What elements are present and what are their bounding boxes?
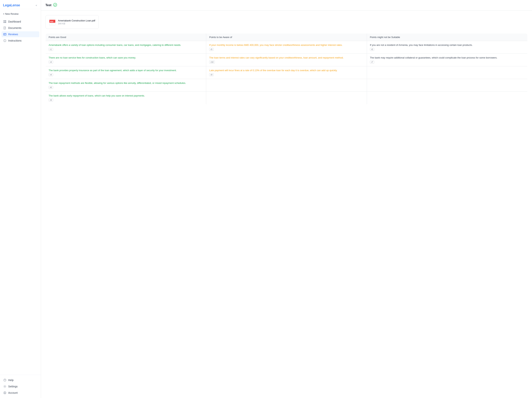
dashboard-label: Dashboard bbox=[8, 20, 21, 23]
sidebar-item-instructions[interactable]: Instructions bbox=[1, 38, 39, 44]
cell-aware-2: Late payment will incur fines at a rate … bbox=[206, 66, 367, 79]
account-label: Account bbox=[8, 391, 18, 394]
svg-point-13 bbox=[5, 40, 5, 40]
help-label: Help bbox=[8, 379, 14, 382]
cell-unsuitable-0: If you are not a resident of Armenia, yo… bbox=[367, 41, 527, 54]
col-header-good: Points are Good bbox=[46, 33, 206, 41]
table-row: The bank provides property insurance as … bbox=[46, 66, 527, 79]
main-content-area: Test PDF Ameriabank Construction Loan.pd bbox=[41, 0, 532, 398]
sidebar-nav: Dashboard Documents Reviews bbox=[0, 19, 41, 44]
table-row: The loan repayment methods are flexible,… bbox=[46, 79, 527, 92]
ref-badge: r5 bbox=[370, 48, 374, 51]
main-body: PDF Ameriabank Construction Loan.pdf 344… bbox=[41, 11, 532, 109]
table-row: There are no loan service fees for const… bbox=[46, 54, 527, 66]
sidebar-item-documents[interactable]: Documents bbox=[1, 25, 39, 31]
reviews-label: Reviews bbox=[8, 33, 18, 36]
cell-unsuitable-3 bbox=[367, 79, 527, 92]
help-icon bbox=[3, 379, 6, 382]
settings-label: Settings bbox=[8, 385, 18, 388]
cell-good-3: The loan repayment methods are flexible,… bbox=[46, 79, 206, 92]
cell-aware-1: The loan terms and interest rates can va… bbox=[206, 54, 367, 66]
cell-good-1: There are no loan service fees for const… bbox=[46, 54, 206, 66]
ref-badge: r9 bbox=[49, 99, 53, 102]
instructions-label: Instructions bbox=[8, 39, 22, 42]
app-logo: LegaLense bbox=[3, 3, 20, 7]
table-row: The bank allows early repayment of loans… bbox=[46, 92, 527, 104]
svg-point-19 bbox=[53, 3, 57, 6]
documents-label: Documents bbox=[8, 26, 21, 29]
ref-badge: r4 bbox=[49, 73, 53, 76]
main-header: Test bbox=[41, 0, 532, 11]
collapse-button[interactable]: « bbox=[35, 3, 38, 7]
svg-rect-3 bbox=[5, 22, 6, 23]
cell-good-0: Ameriabank offers a variety of loan opti… bbox=[46, 41, 206, 54]
new-review-button[interactable]: + New Review bbox=[3, 11, 38, 16]
file-name: Ameriabank Construction Loan.pdf bbox=[58, 19, 95, 22]
svg-rect-1 bbox=[5, 20, 6, 21]
cell-unsuitable-2 bbox=[367, 66, 527, 79]
cell-aware-4 bbox=[206, 92, 367, 104]
col-header-aware: Points to be Aware of bbox=[206, 33, 367, 41]
cell-unsuitable-4 bbox=[367, 92, 527, 104]
cell-good-4: The bank allows early repayment of loans… bbox=[46, 92, 206, 104]
sidebar: LegaLense « + New Review Dashboard bbox=[0, 0, 41, 398]
pdf-icon: PDF bbox=[49, 18, 56, 26]
sidebar-header: LegaLense « bbox=[0, 0, 41, 9]
ref-badge: r1 bbox=[49, 48, 53, 51]
settings-icon bbox=[3, 385, 6, 388]
file-info: Ameriabank Construction Loan.pdf 344 KB bbox=[58, 19, 95, 25]
cell-good-2: The bank provides property insurance as … bbox=[46, 66, 206, 79]
sidebar-bottom: Help Settings Account bbox=[0, 375, 41, 398]
svg-text:PDF: PDF bbox=[50, 21, 54, 23]
cell-unsuitable-1: The bank may require additional collater… bbox=[367, 54, 527, 66]
col-header-unsuitable: Points might not be Suitable bbox=[367, 33, 527, 41]
ref-badge: r5 bbox=[209, 48, 214, 51]
cell-aware-3 bbox=[206, 79, 367, 92]
svg-rect-8 bbox=[4, 33, 6, 35]
dashboard-icon bbox=[3, 20, 6, 23]
sidebar-item-reviews[interactable]: Reviews bbox=[1, 31, 39, 37]
svg-point-18 bbox=[5, 392, 5, 393]
documents-icon bbox=[3, 26, 6, 29]
svg-rect-0 bbox=[4, 20, 5, 21]
file-card: PDF Ameriabank Construction Loan.pdf 344… bbox=[45, 15, 99, 29]
sidebar-item-dashboard[interactable]: Dashboard bbox=[1, 19, 39, 25]
account-item[interactable]: Account bbox=[1, 390, 39, 396]
ref-badge: r7 bbox=[370, 61, 374, 64]
instructions-icon bbox=[3, 39, 6, 42]
account-icon bbox=[3, 391, 6, 394]
reviews-icon bbox=[3, 33, 6, 36]
file-size: 344 KB bbox=[58, 22, 95, 25]
svg-point-16 bbox=[5, 386, 5, 387]
table-row: Ameriabank offers a variety of loan opti… bbox=[46, 41, 527, 54]
settings-item[interactable]: Settings bbox=[1, 384, 39, 389]
ref-badge: r6 bbox=[49, 86, 53, 89]
cell-aware-0: If your monthly income is below AMD 400,… bbox=[206, 41, 367, 54]
svg-rect-2 bbox=[4, 22, 5, 23]
page-title: Test bbox=[45, 4, 51, 7]
svg-point-15 bbox=[5, 380, 5, 381]
ref-badge: r4 bbox=[49, 61, 53, 64]
ref-badge: r10 bbox=[209, 61, 215, 64]
review-table: Points are Good Points to be Aware of Po… bbox=[45, 33, 527, 104]
ref-badge: r9 bbox=[209, 73, 214, 76]
help-item[interactable]: Help bbox=[1, 377, 39, 383]
check-circle-icon bbox=[53, 3, 57, 7]
